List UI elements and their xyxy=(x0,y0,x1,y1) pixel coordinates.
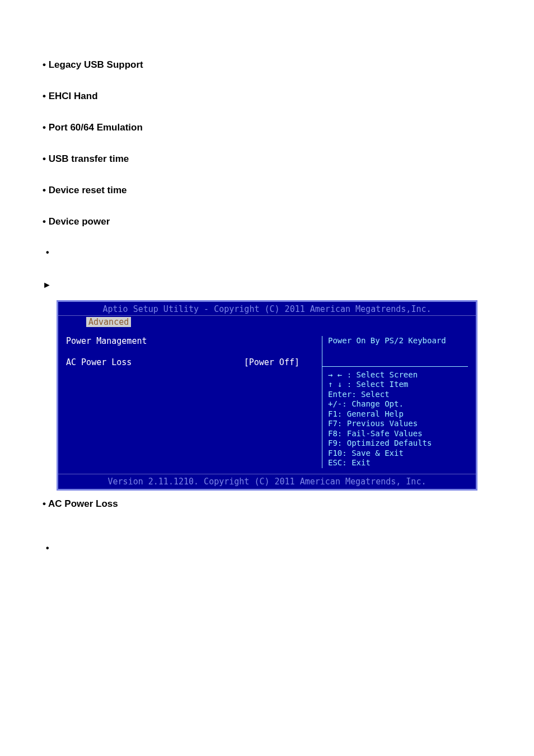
bios-option-value[interactable]: [Power Off] xyxy=(244,357,299,367)
bios-option-row[interactable]: AC Power Loss [Power Off] xyxy=(66,357,322,367)
bios-help-line: F7: Previous Values xyxy=(328,419,468,429)
bullet-ac-power-loss: • AC Power Loss xyxy=(43,498,491,510)
bullet-device-power: • Device power xyxy=(43,216,491,227)
bios-help-line: F10: Save & Exit xyxy=(328,449,468,459)
bullet-legacy-usb: • Legacy USB Support xyxy=(43,59,491,71)
bios-tab-advanced[interactable]: Advanced xyxy=(86,317,131,327)
bios-help-pane: Power On By PS/2 Keyboard → ← : Select S… xyxy=(322,336,468,468)
lone-dot-1: • xyxy=(46,248,491,258)
bios-help-line: Enter: Select xyxy=(328,390,468,400)
bios-help-line: ESC: Exit xyxy=(328,458,468,468)
bios-help-title: Power On By PS/2 Keyboard xyxy=(328,336,468,346)
top-comma: , xyxy=(43,34,491,43)
bullet-port-emulation: • Port 60/64 Emulation xyxy=(43,122,491,133)
bios-footer: Version 2.11.1210. Copyright (C) 2011 Am… xyxy=(58,474,476,489)
bios-left-pane: Power Management AC Power Loss [Power Of… xyxy=(66,336,322,468)
lone-dot-2: • xyxy=(46,543,491,553)
bullet-ehci-hand: • EHCI Hand xyxy=(43,91,491,102)
bios-option-label: AC Power Loss xyxy=(66,357,132,367)
bios-help-line: +/-: Change Opt. xyxy=(328,399,468,409)
bios-help-line: → ← : Select Screen xyxy=(328,370,468,380)
bullet-usb-transfer-time: • USB transfer time xyxy=(43,153,491,165)
bios-tab-row: Advanced xyxy=(58,316,476,328)
bios-help-line: F9: Optimized Defaults xyxy=(328,438,468,449)
bios-help-line: F1: General Help xyxy=(328,409,468,419)
bios-section-title: Power Management xyxy=(66,336,322,346)
bios-screenshot: Aptio Setup Utility - Copyright (C) 2011… xyxy=(57,300,477,491)
bios-header: Aptio Setup Utility - Copyright (C) 2011… xyxy=(58,302,476,316)
lower-comma: , xyxy=(367,654,491,663)
bios-help-line: ↑ ↓ : Select Item xyxy=(328,380,468,390)
bios-help-line: F8: Fail-Safe Values xyxy=(328,429,468,439)
bullet-device-reset-time: • Device reset time xyxy=(43,185,491,196)
bullet-list: • Legacy USB Support • EHCI Hand • Port … xyxy=(43,59,491,227)
triangle-marker: ► xyxy=(43,280,491,290)
